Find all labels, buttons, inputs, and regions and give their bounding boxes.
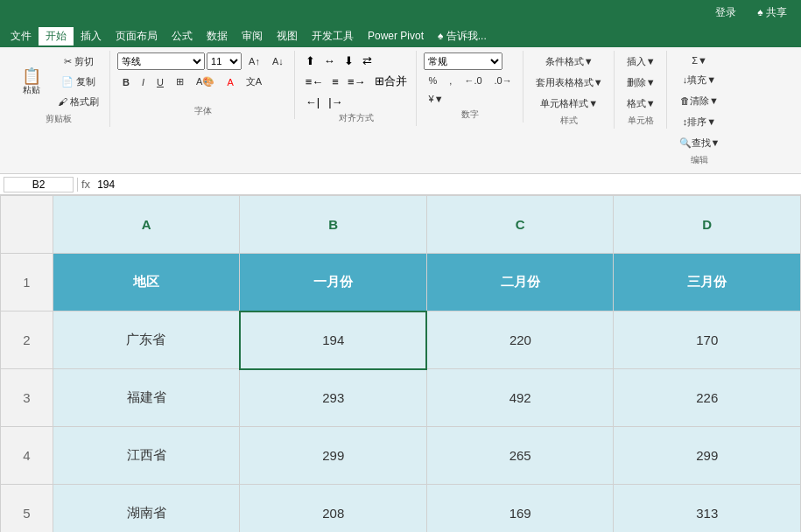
- menu-insert[interactable]: 插入: [74, 27, 109, 46]
- indent-decrease-button[interactable]: ←|: [302, 94, 323, 110]
- cell-D1[interactable]: 三月份: [614, 254, 801, 312]
- cell-A3[interactable]: 福建省: [53, 369, 240, 427]
- font-size-select[interactable]: 11: [207, 52, 242, 70]
- underline-button[interactable]: U: [151, 74, 169, 90]
- table-row: 3福建省293492226: [1, 369, 801, 427]
- menu-data[interactable]: 数据: [200, 27, 235, 46]
- align-right-button[interactable]: ≡→: [344, 74, 369, 90]
- formula-divider: [77, 178, 78, 192]
- align-middle-button[interactable]: ↔: [320, 52, 339, 69]
- cells-label: 单元格: [628, 115, 654, 127]
- paste-button[interactable]: 📋 粘贴: [16, 64, 47, 101]
- cell-A1[interactable]: 地区: [53, 254, 240, 312]
- merge-button[interactable]: ⊞合并: [371, 72, 411, 91]
- italic-button[interactable]: I: [137, 74, 150, 90]
- ribbon-group-styles: 条件格式▼ 套用表格格式▼ 单元格样式▼ 样式: [525, 51, 615, 129]
- cell-C3[interactable]: 492: [426, 369, 613, 427]
- row-number-4[interactable]: 4: [1, 427, 53, 485]
- sum-button[interactable]: Σ▼: [686, 52, 713, 68]
- table-format-button[interactable]: 套用表格格式▼: [530, 74, 608, 92]
- paste-icon: 📋: [22, 68, 41, 84]
- number-format-select[interactable]: 常规: [424, 52, 502, 70]
- cell-A5[interactable]: 湖南省: [53, 485, 240, 533]
- formula-bar: fx: [0, 174, 801, 195]
- cell-reference-input[interactable]: [4, 177, 74, 192]
- menu-file[interactable]: 文件: [4, 27, 39, 46]
- login-button[interactable]: 登录: [708, 4, 743, 22]
- cell-B4[interactable]: 299: [240, 427, 426, 485]
- increase-decimal-button[interactable]: .0→: [489, 73, 517, 88]
- insert-cell-button[interactable]: 插入▼: [622, 52, 661, 71]
- cell-D5[interactable]: 313: [614, 485, 801, 533]
- share-button[interactable]: ♠ 共享: [750, 4, 794, 22]
- cell-A2[interactable]: 广东省: [53, 312, 240, 369]
- row-number-3[interactable]: 3: [1, 369, 53, 427]
- cell-C2[interactable]: 220: [426, 312, 613, 369]
- indent-increase-button[interactable]: |→: [325, 94, 346, 110]
- delete-cell-button[interactable]: 删除▼: [622, 74, 661, 92]
- grid-table: A B C D 1地区一月份二月份三月份2广东省1942201703福建省293…: [0, 195, 801, 532]
- align-center-button[interactable]: ≡: [328, 74, 342, 90]
- cut-button[interactable]: ✂ 剪切: [53, 52, 104, 71]
- table-row: 1地区一月份二月份三月份: [1, 254, 801, 312]
- cell-B2[interactable]: 194: [240, 312, 426, 369]
- sort-button[interactable]: ↕排序▼: [678, 113, 721, 131]
- cell-B5[interactable]: 208: [240, 485, 426, 533]
- editing-label: 编辑: [691, 154, 708, 166]
- menu-review[interactable]: 审阅: [235, 27, 270, 46]
- cell-C1[interactable]: 二月份: [426, 254, 613, 312]
- spreadsheet-area: A B C D 1地区一月份二月份三月份2广东省1942201703福建省293…: [0, 195, 801, 532]
- row-number-2[interactable]: 2: [1, 312, 53, 369]
- col-header-C[interactable]: C: [426, 196, 613, 254]
- menu-home[interactable]: 开始: [39, 27, 74, 46]
- clear-button[interactable]: 🗑清除▼: [675, 92, 724, 110]
- menu-developer[interactable]: 开发工具: [305, 27, 361, 46]
- comma-button[interactable]: ,: [444, 73, 457, 88]
- col-header-B[interactable]: B: [240, 196, 426, 254]
- format-cell-button[interactable]: 格式▼: [622, 94, 661, 113]
- menu-formula[interactable]: 公式: [165, 27, 200, 46]
- cell-D4[interactable]: 299: [614, 427, 801, 485]
- fill-button[interactable]: ↓填充▼: [678, 71, 721, 89]
- align-bottom-button[interactable]: ⬇: [341, 52, 357, 69]
- ribbon-group-cells: 插入▼ 删除▼ 格式▼ 单元格: [616, 51, 667, 129]
- cell-A4[interactable]: 江西省: [53, 427, 240, 485]
- cell-style-button[interactable]: 单元格样式▼: [530, 94, 608, 113]
- decrease-decimal-button[interactable]: ←.0: [459, 73, 487, 88]
- font-grow-button[interactable]: A↑: [243, 53, 265, 69]
- row-number-1[interactable]: 1: [1, 254, 53, 312]
- cell-B1[interactable]: 一月份: [240, 254, 426, 312]
- bold-button[interactable]: B: [117, 74, 135, 90]
- cell-C4[interactable]: 265: [426, 427, 613, 485]
- col-header-A[interactable]: A: [53, 196, 240, 254]
- menu-powerpivot[interactable]: Power Pivot: [361, 28, 431, 44]
- font-color-button[interactable]: A: [221, 74, 238, 90]
- align-left-button[interactable]: ≡←: [302, 74, 327, 90]
- align-top-button[interactable]: ⬆: [302, 52, 319, 69]
- wenfont-button[interactable]: 文A: [241, 73, 267, 91]
- menu-view[interactable]: 视图: [270, 27, 305, 46]
- font-shrink-button[interactable]: A↓: [267, 53, 289, 69]
- border-button[interactable]: ⊞: [171, 74, 189, 90]
- row-number-5[interactable]: 5: [1, 485, 53, 533]
- find-button[interactable]: 🔍查找▼: [674, 134, 726, 152]
- fill-color-button[interactable]: A🎨: [191, 74, 220, 90]
- ribbon-group-font: 等线 11 A↑ A↓ B I U ⊞ A🎨 A 文A: [112, 51, 295, 119]
- formula-input[interactable]: [94, 178, 797, 192]
- cell-D3[interactable]: 226: [614, 369, 801, 427]
- menu-pagelayout[interactable]: 页面布局: [109, 27, 165, 46]
- cond-format-button[interactable]: 条件格式▼: [530, 52, 608, 71]
- currency-button[interactable]: ¥▼: [424, 91, 449, 107]
- menu-bar: 文件 开始 插入 页面布局 公式 数据 审阅 视图 开发工具 Power Piv…: [0, 24, 801, 47]
- wrap-text-button[interactable]: ⇄: [359, 52, 376, 69]
- col-header-D[interactable]: D: [614, 196, 801, 254]
- cell-B3[interactable]: 293: [240, 369, 426, 427]
- percent-button[interactable]: %: [424, 73, 443, 88]
- format-painter-button[interactable]: 🖌 格式刷: [53, 93, 104, 111]
- menu-tellme[interactable]: ♠ 告诉我...: [431, 27, 494, 46]
- ribbon-group-clipboard: 📋 粘贴 ✂ 剪切 📄 复制 🖌 格式刷 剪贴板: [7, 51, 110, 127]
- font-name-select[interactable]: 等线: [117, 52, 205, 70]
- copy-button[interactable]: 📄 复制: [53, 73, 104, 91]
- cell-D2[interactable]: 170: [614, 312, 801, 369]
- cell-C5[interactable]: 169: [426, 485, 613, 533]
